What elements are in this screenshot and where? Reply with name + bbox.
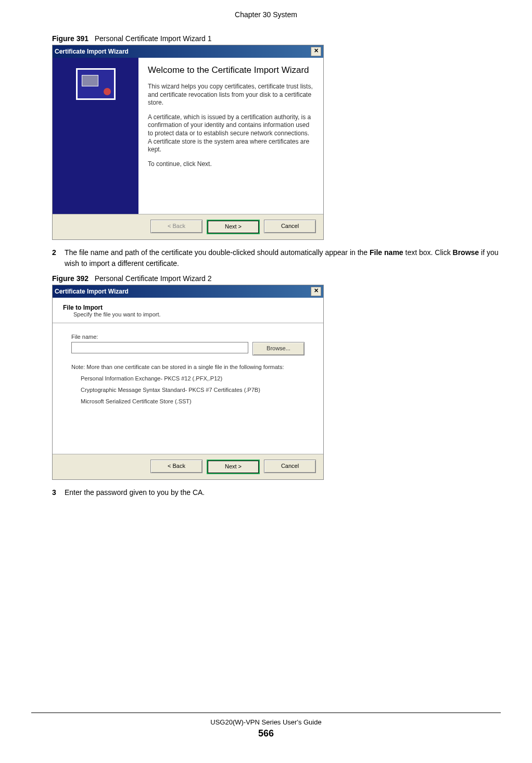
wizard-1-heading: Welcome to the Certificate Import Wizard [148,65,314,75]
step-3-text: Enter the password given to you by the C… [65,487,501,498]
next-button[interactable]: Next > [207,220,260,234]
figure-392-label: Figure 392 [52,274,88,283]
certificate-icon [76,68,116,100]
wizard-1-title: Certificate Import Wizard [55,48,129,55]
wizard-2-window: Certificate Import Wizard ✕ File to Impo… [52,285,324,480]
format-2: Cryptographic Message Syntax Standard- P… [81,387,305,393]
cancel-button[interactable]: Cancel [264,460,316,473]
step-2-bold-browse: Browse [453,248,479,257]
wizard-1-para3: To continue, click Next. [148,160,314,169]
chapter-header: Chapter 30 System [31,10,501,19]
wizard-1-para1: This wizard helps you copy certificates,… [148,83,314,107]
step-2-pre: The file name and path of the certificat… [65,248,370,257]
wizard-2-header-main: File to Import [63,304,313,311]
wizard-1-titlebar: Certificate Import Wizard ✕ [53,45,323,58]
figure-391-text: Personal Certificate Import Wizard 1 [95,34,212,43]
footer-guide: USG20(W)-VPN Series User's Guide [0,718,532,726]
step-2-bold-filename: File name [370,248,403,257]
step-2-text: The file name and path of the certificat… [65,247,501,269]
figure-391-caption: Figure 391 Personal Certificate Import W… [52,34,501,43]
wizard-2-title: Certificate Import Wizard [55,288,129,295]
cancel-button[interactable]: Cancel [264,220,316,233]
wizard-1-window: Certificate Import Wizard ✕ Welcome to t… [52,45,324,240]
wizard-1-side-graphic [53,58,138,214]
filename-label: File name: [71,334,305,340]
step-2-mid: text box. Click [403,248,453,257]
close-icon[interactable]: ✕ [311,287,321,296]
browse-button[interactable]: Browse... [252,342,305,355]
format-3: Microsoft Serialized Certificate Store (… [81,398,305,404]
wizard-2-header-sub: Specify the file you want to import. [73,311,313,317]
close-icon[interactable]: ✕ [311,47,321,56]
back-button: < Back [150,220,202,233]
figure-392-caption: Figure 392 Personal Certificate Import W… [52,274,501,283]
step-3-number: 3 [52,487,65,498]
next-button[interactable]: Next > [207,460,260,474]
page-number: 566 [0,728,532,739]
figure-392-text: Personal Certificate Import Wizard 2 [95,274,212,283]
formats-note: Note: More than one certificate can be s… [71,364,305,370]
wizard-1-para2: A certificate, which is issued by a cert… [148,113,314,154]
format-1: Personal Information Exchange- PKCS #12 … [81,375,305,382]
wizard-2-titlebar: Certificate Import Wizard ✕ [53,285,323,298]
step-2-number: 2 [52,247,65,269]
back-button[interactable]: < Back [150,460,202,473]
figure-391-label: Figure 391 [52,34,88,43]
filename-input[interactable] [71,342,248,353]
